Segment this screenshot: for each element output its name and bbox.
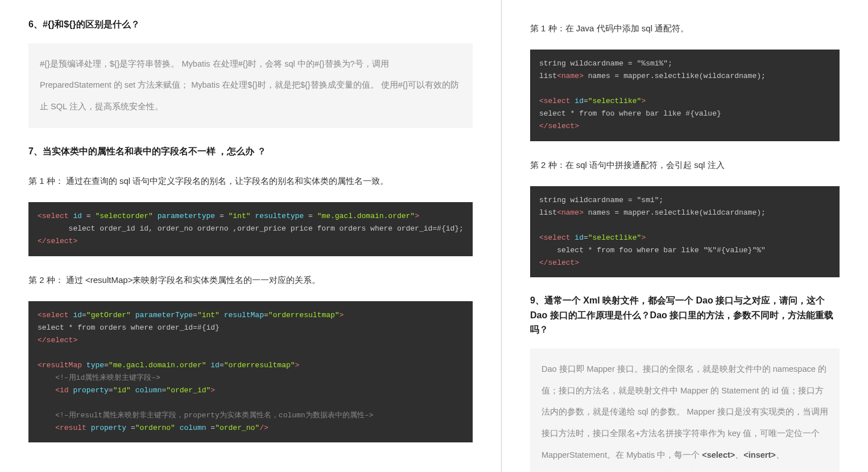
- code-token: names = mapper.selectlike(wildcardname);: [584, 72, 766, 80]
- code-token: <name>: [557, 72, 584, 80]
- code-token: select * from foo where bar like "%"#{va…: [539, 246, 766, 255]
- heading-7: 7、当实体类中的属性名和表中的字段名不一样 ，怎么办 ？: [28, 144, 473, 159]
- code-token: </select>: [539, 122, 579, 130]
- code-token: =: [308, 212, 317, 220]
- heading-9: 9、通常一个 Xml 映射文件，都会写一个 Dao 接口与之对应，请问，这个 D…: [530, 293, 840, 337]
- code-token: list: [539, 72, 557, 80]
- para-7a: 第 1 种： 通过在查询的 sql 语句中定义字段名的别名，让字段名的别名和实体…: [28, 170, 473, 192]
- quote-text: Dao 接口即 Mapper 接口。接口的全限名，就是映射文件中的 namesp…: [542, 364, 828, 459]
- code-token: <select id="selectlike">: [539, 97, 646, 105]
- para-8a: 第 1 种：在 Java 代码中添加 sql 通配符。: [530, 17, 840, 39]
- right-column: 第 1 种：在 Java 代码中添加 sql 通配符。 string wildc…: [502, 0, 868, 472]
- code-token: select order_id id, order_no orderno ,or…: [38, 224, 464, 233]
- left-column: 6、#{}和${}的区别是什么？ #{}是预编译处理，${}是字符串替换。 My…: [0, 0, 502, 472]
- code-token: =: [220, 212, 229, 220]
- code-7a: <select id = "selectorder" parametertype…: [28, 202, 473, 256]
- quote-text: 、: [776, 450, 784, 459]
- code-token: >: [415, 212, 419, 220]
- quote-9: Dao 接口即 Mapper 接口。接口的全限名，就是映射文件中的 namesp…: [530, 348, 840, 472]
- code-token: "me.gacl.domain.order": [317, 212, 415, 220]
- heading-6: 6、#{}和${}的区别是什么？: [28, 17, 473, 32]
- tag-select: <select>: [702, 450, 735, 459]
- code-token: select * from foo where bar like #{value…: [539, 109, 721, 118]
- para-8b: 第 2 种：在 sql 语句中拼接通配符，会引起 sql 注入: [530, 154, 840, 176]
- code-8b: string wildcardname = "smi"; list<name> …: [530, 186, 840, 278]
- tag-insert: <insert>: [743, 450, 775, 459]
- code-8a: string wildcardname = "%smi%"; list<name…: [530, 50, 840, 141]
- code-token: parametertype: [153, 212, 220, 220]
- code-token: string wildcardname = "%smi%";: [539, 59, 672, 68]
- code-token: "int": [229, 212, 251, 220]
- code-token: <select: [38, 212, 69, 220]
- quote-text: 、: [735, 450, 743, 459]
- code-token: "selectorder": [95, 212, 152, 220]
- para-7b: 第 2 种： 通过 <resultMap>来映射字段名和实体类属性名的一一对应的…: [28, 269, 473, 291]
- code-token: <select id="selectlike">: [539, 233, 646, 242]
- code-token: string wildcardname = "smi";: [539, 196, 663, 204]
- code-token: id: [69, 212, 86, 220]
- code-token: </select>: [539, 258, 579, 267]
- quote-6: #{}是预编译处理，${}是字符串替换。 Mybatis 在处理#{}时，会将 …: [28, 43, 473, 128]
- code-token: resultetype: [251, 212, 308, 220]
- code-token: <name>: [557, 208, 584, 217]
- code-7b: <select id="getOrder" parameterType="int…: [28, 301, 473, 443]
- code-token: list: [539, 208, 557, 217]
- code-token: =: [86, 212, 96, 220]
- code-token: </select>: [38, 237, 77, 245]
- code-token: names = mapper.selectlike(wildcardname);: [584, 208, 766, 217]
